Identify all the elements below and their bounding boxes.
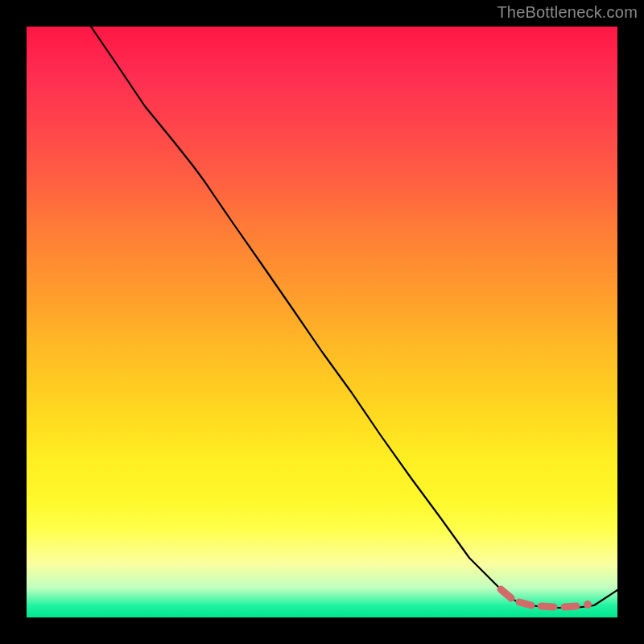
- chart-overlay: [27, 27, 617, 617]
- curve-line: [91, 27, 617, 608]
- svg-line-0: [501, 589, 511, 598]
- highlight-end-dot: [584, 601, 592, 609]
- svg-line-1: [519, 602, 531, 605]
- highlight-dashes: [501, 589, 592, 609]
- chart-stage: { "watermark": "TheBottleneck.com", "col…: [0, 0, 644, 644]
- svg-line-3: [564, 606, 576, 607]
- svg-line-2: [541, 606, 554, 607]
- watermark-text: TheBottleneck.com: [497, 3, 638, 22]
